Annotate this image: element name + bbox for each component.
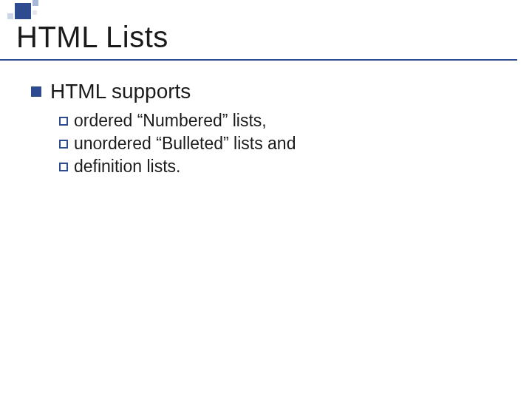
bullet-level1: HTML supports (31, 80, 191, 103)
sub-bullet-list: ordered “Numbered” lists, unordered “Bul… (59, 111, 296, 180)
square-outline-bullet-icon (59, 117, 68, 126)
square-icon (33, 0, 38, 6)
bullet-level2-text: definition lists. (74, 157, 180, 177)
bullet-level2-text: unordered “Bulleted” lists and (74, 134, 296, 154)
title-underline (0, 59, 517, 61)
bullet-level2: ordered “Numbered” lists, (59, 111, 296, 131)
square-bullet-icon (31, 86, 41, 97)
bullet-level2: unordered “Bulleted” lists and (59, 134, 296, 154)
bullet-level2-text: ordered “Numbered” lists, (74, 111, 267, 131)
bullet-level2: definition lists. (59, 157, 296, 177)
square-icon (33, 10, 37, 15)
bullet-level1-text: HTML supports (50, 80, 191, 103)
square-outline-bullet-icon (59, 163, 68, 171)
square-icon (7, 13, 13, 19)
square-outline-bullet-icon (59, 140, 68, 149)
slide-title: HTML Lists (16, 21, 168, 54)
square-icon (15, 3, 31, 19)
